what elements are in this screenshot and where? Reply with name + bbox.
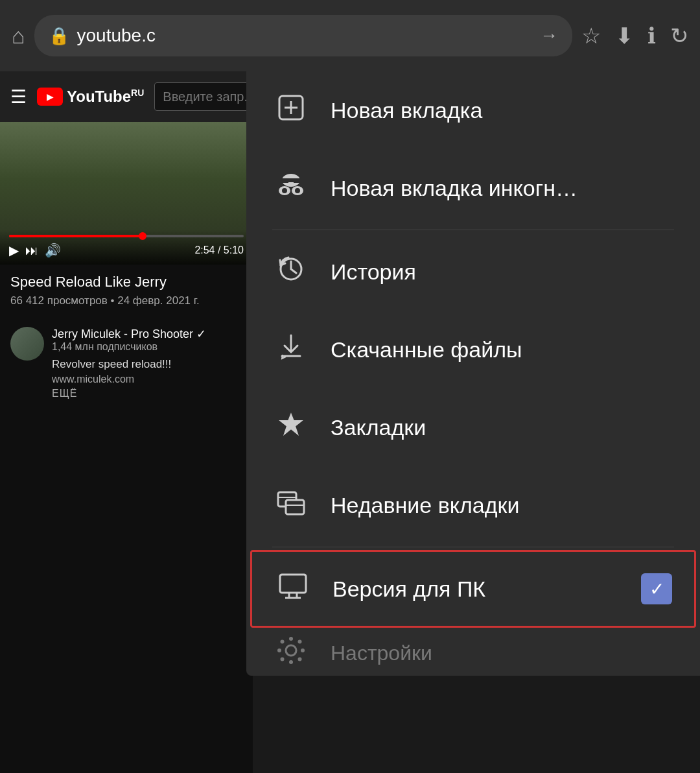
bookmark-icon[interactable]: ☆ xyxy=(581,23,601,49)
menu-item-bookmarks[interactable]: Закладки xyxy=(246,388,700,466)
yt-logo-icon xyxy=(37,88,63,106)
controls-row: ▶ ⏭ 🔊 2:54 / 5:10 xyxy=(9,243,244,258)
download-icon[interactable]: ⬇ xyxy=(615,23,633,49)
history-label: История xyxy=(331,259,416,285)
page-content: ☰ YouTubeRU ▶ ⏭ 🔊 2:54 / 5:10 Speed Relo… xyxy=(0,71,253,773)
svg-rect-18 xyxy=(280,575,306,593)
channel-name: Jerry Miculek - Pro Shooter ✓ xyxy=(52,327,242,341)
dropdown-menu: Новая вкладка Новая вкладка инкогн… xyxy=(246,71,700,676)
video-meta: 66 412 просмотров • 24 февр. 2021 г. xyxy=(10,294,242,307)
svg-point-30 xyxy=(281,657,285,661)
home-icon[interactable]: ⌂ xyxy=(12,23,25,49)
menu-item-incognito[interactable]: Новая вкладка инкогн… xyxy=(246,149,700,227)
svg-point-6 xyxy=(282,188,287,193)
video-info: Speed Reload Like Jerry 66 412 просмотро… xyxy=(0,265,253,316)
lock-icon: 🔒 xyxy=(49,26,69,46)
svg-point-25 xyxy=(277,648,281,652)
incognito-icon xyxy=(272,171,310,206)
svg-point-7 xyxy=(295,188,300,193)
yt-logo: YouTubeRU xyxy=(37,88,144,106)
refresh-icon[interactable]: ↻ xyxy=(670,23,688,49)
divider-1 xyxy=(272,230,674,230)
svg-point-26 xyxy=(301,648,305,652)
browser-actions: ☆ ⬇ ℹ ↻ xyxy=(581,23,688,49)
yt-logo-sup: RU xyxy=(131,88,144,98)
downloads-icon xyxy=(272,333,310,367)
svg-point-24 xyxy=(289,660,293,664)
menu-item-new-tab[interactable]: Новая вкладка xyxy=(246,71,700,149)
svg-point-29 xyxy=(298,639,302,643)
yt-search-input[interactable] xyxy=(154,82,253,111)
browser-toolbar: ⌂ 🔒 youtube.c → ☆ ⬇ ℹ ↻ xyxy=(0,0,700,71)
bookmarks-icon xyxy=(272,410,310,445)
svg-point-28 xyxy=(298,657,302,661)
svg-point-27 xyxy=(281,639,285,643)
info-icon[interactable]: ℹ xyxy=(648,23,656,49)
new-tab-icon xyxy=(272,93,310,128)
channel-desc: Revolver speed reload!!! xyxy=(52,358,242,371)
settings-icon xyxy=(272,636,310,671)
progress-bar-fill xyxy=(9,235,143,237)
svg-marker-13 xyxy=(281,414,301,434)
menu-item-desktop-version[interactable]: Версия для ПК ✓ xyxy=(250,550,696,628)
channel-avatar xyxy=(10,327,44,361)
recent-tabs-icon xyxy=(272,488,310,523)
more-text[interactable]: ЕЩЁ xyxy=(52,388,242,399)
hamburger-icon[interactable]: ☰ xyxy=(10,86,27,108)
video-controls: ▶ ⏭ 🔊 2:54 / 5:10 xyxy=(0,230,253,265)
forward-icon[interactable]: → xyxy=(540,25,558,46)
url-bar[interactable]: 🔒 youtube.c → xyxy=(34,15,572,56)
desktop-version-checkbox[interactable]: ✓ xyxy=(641,573,672,604)
volume-icon[interactable]: 🔊 xyxy=(45,243,61,258)
bookmarks-label: Закладки xyxy=(331,415,426,440)
video-time: 2:54 / 5:10 xyxy=(194,244,244,256)
channel-subs: 1,44 млн подписчиков xyxy=(52,341,242,353)
desktop-version-icon xyxy=(274,572,312,606)
desktop-version-label: Версия для ПК xyxy=(332,577,485,602)
menu-item-settings[interactable]: Настройки xyxy=(246,630,700,676)
svg-point-22 xyxy=(286,645,296,656)
recent-tabs-label: Недавние вкладки xyxy=(331,493,519,518)
menu-item-history[interactable]: История xyxy=(246,233,700,311)
channel-link: www.miculek.com xyxy=(52,374,242,385)
yt-logo-text: YouTubeRU xyxy=(67,88,144,106)
downloads-label: Скачанные файлы xyxy=(331,337,522,363)
svg-point-23 xyxy=(289,637,293,641)
incognito-label: Новая вкладка инкогн… xyxy=(331,176,578,201)
url-text: youtube.c xyxy=(77,25,532,46)
video-title: Speed Reload Like Jerry xyxy=(10,274,242,291)
svg-rect-8 xyxy=(281,178,301,183)
video-thumbnail: ▶ ⏭ 🔊 2:54 / 5:10 xyxy=(0,122,253,265)
channel-row: Jerry Miculek - Pro Shooter ✓ 1,44 млн п… xyxy=(0,327,253,399)
progress-dot xyxy=(139,232,146,240)
menu-item-downloads[interactable]: Скачанные файлы xyxy=(246,311,700,388)
new-tab-label: Новая вкладка xyxy=(331,98,482,123)
svg-rect-16 xyxy=(286,500,304,514)
progress-bar-bg xyxy=(9,235,244,237)
channel-info: Jerry Miculek - Pro Shooter ✓ 1,44 млн п… xyxy=(52,327,242,399)
settings-label: Настройки xyxy=(331,641,432,665)
next-icon[interactable]: ⏭ xyxy=(25,243,38,258)
yt-header: ☰ YouTubeRU xyxy=(0,71,253,122)
channel-avatar-inner xyxy=(10,327,44,361)
menu-item-recent-tabs[interactable]: Недавние вкладки xyxy=(246,466,700,544)
play-icon[interactable]: ▶ xyxy=(9,243,19,258)
divider-2 xyxy=(272,547,674,547)
history-icon xyxy=(272,255,310,289)
